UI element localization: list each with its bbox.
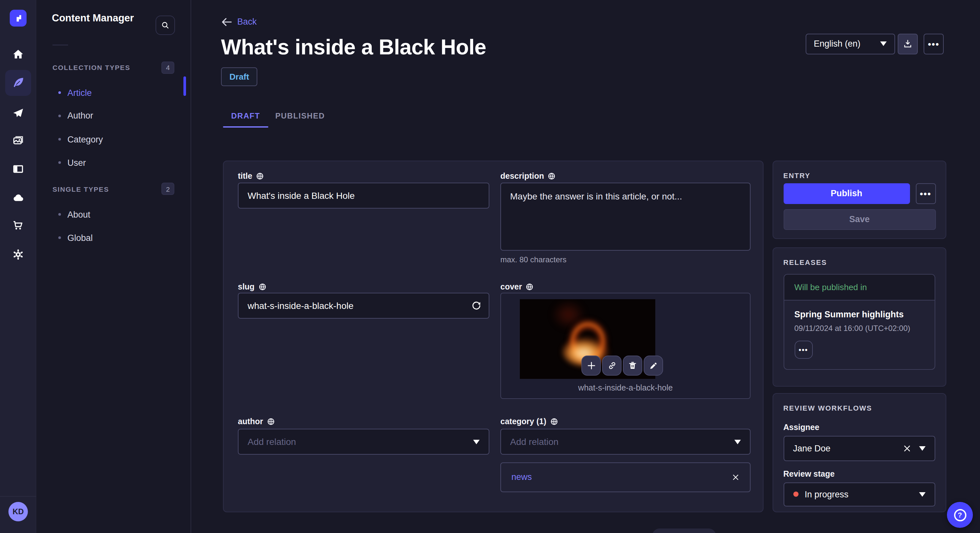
help-button[interactable]: ? <box>947 502 973 528</box>
cart-icon <box>12 219 25 232</box>
author-field-label: author <box>238 417 275 426</box>
bullet-icon <box>58 114 61 117</box>
nav-media-library[interactable] <box>5 128 31 154</box>
sidebar-item-category[interactable]: Category <box>58 133 103 146</box>
relation-link-news[interactable]: news <box>511 472 732 482</box>
collapsed-section-peek[interactable] <box>652 528 716 533</box>
author-placeholder: Add relation <box>248 436 473 447</box>
sidebar-item-about[interactable]: About <box>58 208 91 221</box>
title-input[interactable] <box>238 182 489 209</box>
sidebar-item-label: Global <box>67 233 93 243</box>
link-icon <box>607 361 617 370</box>
cover-edit-button[interactable] <box>644 355 663 376</box>
review-stage-combobox[interactable]: In progress <box>783 482 935 506</box>
cover-field-label: cover <box>500 282 534 292</box>
ellipsis-icon: ••• <box>799 346 808 353</box>
sidebar-item-label: Category <box>67 134 103 144</box>
slug-field <box>238 293 489 319</box>
nav-content-manager[interactable] <box>5 70 31 96</box>
sidebar-item-user[interactable]: User <box>58 156 86 169</box>
sidebar-item-author[interactable]: Author <box>58 109 93 122</box>
entry-panel-title: ENTRY <box>783 171 935 179</box>
nav-home[interactable] <box>5 41 31 67</box>
nav-marketplace[interactable] <box>5 213 31 238</box>
entry-panel: ENTRY Publish ••• Save <box>772 160 946 239</box>
slug-input[interactable] <box>238 293 489 319</box>
nav-cloud[interactable] <box>5 185 31 211</box>
globe-icon <box>267 418 275 425</box>
chevron-down-icon <box>734 439 741 444</box>
paper-plane-icon <box>12 106 25 119</box>
export-button[interactable] <box>898 33 918 54</box>
active-tab-indicator <box>223 126 268 128</box>
cover-media-field: what-s-inside-a-black-hole <box>500 293 751 399</box>
strapi-logo-icon <box>14 14 23 23</box>
stage-value: In progress <box>805 489 913 499</box>
bullet-icon <box>58 236 61 239</box>
assignee-value: Jane Doe <box>793 443 895 453</box>
images-icon <box>12 134 25 147</box>
ellipsis-icon: ••• <box>928 39 939 48</box>
collection-types-count: 4 <box>161 61 174 73</box>
arrow-left-icon <box>222 17 232 26</box>
slug-field-label: slug <box>238 282 266 292</box>
user-avatar[interactable]: KD <box>8 502 28 521</box>
tab-published[interactable]: PUBLISHED <box>268 106 332 125</box>
sidebar-divider <box>52 45 68 45</box>
ellipsis-icon: ••• <box>920 189 931 198</box>
collection-types-header: COLLECTION TYPES <box>52 63 130 71</box>
review-panel-title: REVIEW WORKFLOWS <box>783 404 935 412</box>
label-text: cover <box>500 282 522 292</box>
description-textarea[interactable]: Maybe the answer is in this article, or … <box>500 182 751 251</box>
sidebar-item-global[interactable]: Global <box>58 231 93 244</box>
category-relation-combobox[interactable]: Add relation <box>500 429 751 455</box>
globe-icon <box>548 172 556 180</box>
globe-icon <box>258 283 266 291</box>
refresh-icon <box>471 300 482 311</box>
entry-more-button[interactable]: ••• <box>915 183 935 204</box>
cover-filename: what-s-inside-a-black-hole <box>501 383 750 392</box>
globe-icon <box>550 418 558 425</box>
search-icon <box>161 21 170 30</box>
tab-draft[interactable]: DRAFT <box>223 106 268 125</box>
locale-select[interactable]: English (en) <box>805 33 895 54</box>
review-workflows-panel: REVIEW WORKFLOWS Assignee Jane Doe Revie… <box>772 393 946 512</box>
clear-assignee-icon[interactable] <box>903 444 911 452</box>
save-button[interactable]: Save <box>783 209 935 230</box>
back-label: Back <box>237 17 257 27</box>
nav-settings[interactable] <box>5 241 31 267</box>
nav-content-type-builder[interactable] <box>5 156 31 182</box>
sidebar-title: Content Manager <box>52 12 134 24</box>
category-relation-item[interactable]: news <box>500 462 751 492</box>
sidebar-item-label: Author <box>67 111 93 121</box>
sidebar-item-article[interactable]: Article <box>58 86 92 99</box>
release-status: Will be published in <box>784 274 935 300</box>
publish-button[interactable]: Publish <box>783 183 910 204</box>
plus-icon <box>586 361 596 370</box>
cover-add-button[interactable] <box>581 355 601 376</box>
author-relation-combobox[interactable]: Add relation <box>238 429 489 455</box>
nav-releases[interactable] <box>5 100 31 126</box>
cover-copy-link-button[interactable] <box>602 355 622 376</box>
search-button[interactable] <box>156 16 175 35</box>
home-icon <box>12 48 25 61</box>
sidebar-scrollbar-thumb[interactable] <box>183 76 186 96</box>
header-more-button[interactable]: ••• <box>924 33 944 54</box>
review-stage-label: Review stage <box>783 469 935 478</box>
assignee-combobox[interactable]: Jane Doe <box>783 436 935 461</box>
release-more-button[interactable]: ••• <box>794 341 813 359</box>
remove-relation-icon[interactable] <box>732 473 740 481</box>
layout-icon <box>12 162 25 175</box>
label-text: author <box>238 417 263 426</box>
release-card: Will be published in Spring Summer highl… <box>783 274 935 370</box>
cover-delete-button[interactable] <box>623 355 642 376</box>
back-link[interactable]: Back <box>222 17 257 27</box>
chevron-down-icon <box>919 492 926 497</box>
label-text: slug <box>238 282 255 292</box>
category-field-label: category (1) <box>500 417 558 426</box>
status-badge: Draft <box>221 67 258 86</box>
regenerate-slug-button[interactable] <box>471 300 482 311</box>
cloud-icon <box>11 191 25 204</box>
description-hint: max. 80 characters <box>500 255 566 264</box>
strapi-logo[interactable] <box>10 10 27 27</box>
